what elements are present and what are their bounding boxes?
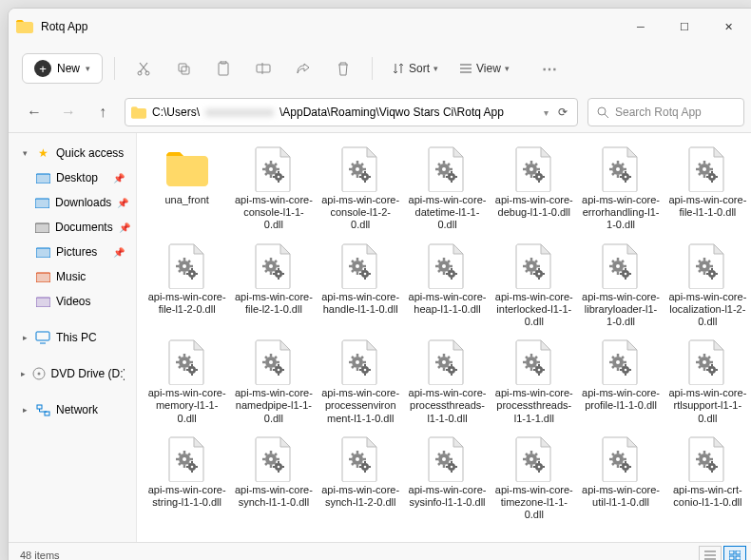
file-item[interactable]: api-ms-win-core-util-l1-1-0.dll <box>578 433 663 526</box>
file-item[interactable]: api-ms-win-core-namedpipe-l1-1-0.dll <box>231 336 316 429</box>
svg-point-373 <box>269 457 273 461</box>
file-item[interactable]: api-ms-win-core-heap-l1-1-0.dll <box>405 240 490 333</box>
file-item[interactable]: api-ms-win-core-profile-l1-1-0.dll <box>578 336 663 429</box>
sidebar-item-label: Documents <box>55 221 113 234</box>
share-button[interactable] <box>286 54 320 83</box>
svg-line-355 <box>179 463 181 465</box>
dll-icon <box>251 436 297 482</box>
sidebar-item-desktop[interactable]: Desktop📌 <box>12 165 132 190</box>
file-item[interactable]: api-ms-win-core-string-l1-1-0.dll <box>144 433 229 526</box>
maximize-button[interactable]: ☐ <box>663 11 706 42</box>
svg-rect-3 <box>182 67 189 74</box>
file-item[interactable]: api-ms-win-core-localization-l1-2-0.dll <box>665 240 750 333</box>
svg-line-243 <box>179 366 181 368</box>
file-item[interactable]: api-ms-win-core-file-l1-1-0.dll <box>665 143 750 236</box>
file-item[interactable]: api-ms-win-core-file-l1-2-0.dll <box>144 240 229 333</box>
star-icon: ★ <box>35 145 50 161</box>
refresh-button[interactable]: ⟳ <box>554 106 571 119</box>
svg-rect-20 <box>36 298 50 307</box>
svg-point-149 <box>269 264 273 268</box>
item-label: api-ms-win-core-timezone-l1-1-0.dll <box>495 484 573 522</box>
svg-point-75 <box>451 176 453 179</box>
file-item[interactable]: api-ms-win-core-console-l1-2-0.dll <box>318 143 403 236</box>
folder-item[interactable]: una_front <box>144 143 229 236</box>
file-item[interactable]: api-ms-win-core-libraryloader-l1-1-0.dll <box>578 240 663 333</box>
sidebar-item-label: Videos <box>56 295 90 308</box>
sidebar-item-music[interactable]: Music <box>12 264 132 289</box>
address-input[interactable]: C:\Users\xxxxxxxxxxxx\AppData\Roaming\Vi… <box>125 98 578 126</box>
svg-line-131 <box>179 270 181 272</box>
svg-line-179 <box>438 270 440 272</box>
sidebar-network[interactable]: ▸ Network <box>12 397 132 422</box>
file-item[interactable]: api-ms-win-core-file-l2-1-0.dll <box>231 240 316 333</box>
item-label: api-ms-win-core-console-l1-2-0.dll <box>321 194 399 232</box>
rename-button[interactable] <box>246 54 280 83</box>
svg-line-436 <box>622 454 624 455</box>
item-label: una_front <box>148 194 226 206</box>
sidebar-item-label: Pictures <box>56 245 97 259</box>
paste-button[interactable] <box>206 54 241 83</box>
file-item[interactable]: api-ms-win-core-synch-l1-1-0.dll <box>231 433 316 526</box>
file-item[interactable]: api-ms-win-core-rtlsupport-l1-1-0.dll <box>665 336 750 429</box>
file-item[interactable]: api-ms-win-core-datetime-l1-1-0.dll <box>405 143 490 236</box>
sidebar-item-downloads[interactable]: Downloads📌 <box>12 190 132 215</box>
svg-point-331 <box>625 369 627 372</box>
sidebar-this-pc[interactable]: ▸ This PC <box>12 325 132 350</box>
close-button[interactable]: ✕ <box>706 11 750 42</box>
sidebar-item-pictures[interactable]: Pictures📌 <box>12 240 132 264</box>
dll-icon <box>424 243 470 289</box>
svg-point-357 <box>183 457 186 461</box>
file-item[interactable]: api-ms-win-core-sysinfo-l1-1-0.dll <box>405 433 490 526</box>
view-button[interactable]: View ▾ <box>452 58 517 79</box>
file-item[interactable]: api-ms-win-core-synch-l1-2-0.dll <box>318 433 403 526</box>
file-item[interactable]: api-ms-win-core-memory-l1-1-0.dll <box>144 336 229 429</box>
icons-view-button[interactable] <box>723 546 746 561</box>
file-item[interactable]: api-ms-win-core-interlocked-l1-1-0.dll <box>491 240 576 333</box>
sidebar-dvd[interactable]: ▸ DVD Drive (D:) CCCC <box>12 361 132 386</box>
svg-line-305 <box>526 357 528 358</box>
file-item[interactable]: api-ms-win-core-processenvironment-l1-1-… <box>318 336 403 429</box>
dll-icon <box>164 436 210 482</box>
search-placeholder: Search Rotq App <box>615 106 702 119</box>
dll-icon <box>511 339 557 385</box>
forward-button[interactable]: → <box>56 100 81 125</box>
file-item[interactable]: api-ms-win-core-processthreads-l1-1-1.dl… <box>491 336 576 429</box>
minimize-button[interactable]: ─ <box>619 11 663 42</box>
svg-line-196 <box>535 261 537 262</box>
cut-button[interactable] <box>126 54 161 83</box>
file-item[interactable]: api-ms-win-core-console-l1-1-0.dll <box>231 143 316 236</box>
delete-button[interactable] <box>326 54 360 83</box>
details-view-button[interactable] <box>699 546 722 561</box>
more-button[interactable]: ⋯ <box>532 54 567 83</box>
search-input[interactable]: Search Rotq App <box>587 98 744 126</box>
svg-line-35 <box>265 173 267 175</box>
svg-point-245 <box>183 360 186 364</box>
chevron-down-icon[interactable]: ▾ <box>544 107 549 118</box>
dll-icon <box>511 436 557 482</box>
file-item[interactable]: api-ms-win-core-handle-l1-1-0.dll <box>318 240 403 333</box>
new-button[interactable]: + New ▾ <box>22 53 103 84</box>
svg-line-404 <box>448 454 450 455</box>
sidebar-item-documents[interactable]: Documents📌 <box>12 215 132 240</box>
file-item[interactable]: api-ms-win-core-processthreads-l1-1-0.dl… <box>405 336 490 429</box>
copy-button[interactable] <box>166 54 201 83</box>
file-item[interactable]: api-ms-win-core-debug-l1-1-0.dll <box>491 143 576 236</box>
file-item[interactable]: api-ms-win-crt-conio-l1-1-0.dll <box>665 433 750 526</box>
pc-icon <box>35 330 50 345</box>
sort-button[interactable]: Sort ▾ <box>384 58 446 79</box>
file-list[interactable]: una_frontapi-ms-win-core-console-l1-1-0.… <box>137 133 751 542</box>
sidebar-quick-access[interactable]: ▾ ★ Quick access <box>12 141 132 165</box>
svg-line-100 <box>622 164 624 165</box>
folder-icon <box>16 20 33 33</box>
svg-point-309 <box>530 360 533 364</box>
sidebar-item-videos[interactable]: Videos <box>12 289 132 314</box>
svg-point-197 <box>530 264 533 268</box>
dll-icon <box>424 146 470 192</box>
new-label: New <box>57 62 80 75</box>
back-button[interactable]: ← <box>22 100 47 125</box>
file-item[interactable]: api-ms-win-core-timezone-l1-1-0.dll <box>491 433 576 526</box>
up-button[interactable]: ↑ <box>90 100 115 125</box>
svg-line-417 <box>526 454 528 455</box>
file-item[interactable]: api-ms-win-core-errorhandling-l1-1-0.dll <box>578 143 663 236</box>
svg-line-273 <box>352 357 354 358</box>
